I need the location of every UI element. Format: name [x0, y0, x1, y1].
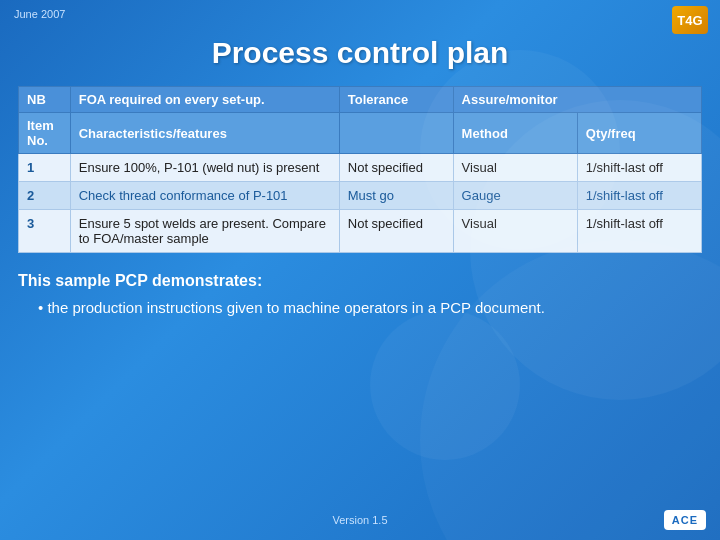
- header-date: June 2007: [14, 8, 65, 20]
- row-3-method: Visual: [453, 210, 577, 253]
- logo-area: T4G: [672, 6, 708, 34]
- bullet-text: the production instructions given to mac…: [47, 299, 545, 316]
- version-label: Version 1.5: [332, 514, 387, 526]
- header-nb: NB: [19, 87, 71, 113]
- table-header-row-2: Item No. Characteristics/features Method…: [19, 113, 702, 154]
- header-foa: FOA required on every set-up.: [70, 87, 339, 113]
- table-header-row-1: NB FOA required on every set-up. Toleran…: [19, 87, 702, 113]
- table-row: 3 Ensure 5 spot welds are present. Compa…: [19, 210, 702, 253]
- row-2-num: 2: [19, 182, 71, 210]
- row-1-qty: 1/shift-last off: [577, 154, 701, 182]
- row-1-description: Ensure 100%, P-101 (weld nut) is present: [70, 154, 339, 182]
- table-row: 1 Ensure 100%, P-101 (weld nut) is prese…: [19, 154, 702, 182]
- row-3-description: Ensure 5 spot welds are present. Compare…: [70, 210, 339, 253]
- process-control-table: NB FOA required on every set-up. Toleran…: [18, 86, 702, 253]
- bottom-bullet: • the production instructions given to m…: [18, 297, 702, 320]
- bottom-title: This sample PCP demonstrates:: [18, 269, 702, 293]
- ace-logo: ACE: [664, 510, 706, 530]
- t4g-logo: T4G: [672, 6, 708, 34]
- header-tolerance: Tolerance: [339, 87, 453, 113]
- row-1-num: 1: [19, 154, 71, 182]
- header-qty: Qty/freq: [577, 113, 701, 154]
- header-characteristics: Characteristics/features: [70, 113, 339, 154]
- row-2-qty: 1/shift-last off: [577, 182, 701, 210]
- row-2-tolerance: Must go: [339, 182, 453, 210]
- header-item-no: Item No.: [19, 113, 71, 154]
- row-1-tolerance: Not specified: [339, 154, 453, 182]
- header-blank: [339, 113, 453, 154]
- row-2-method: Gauge: [453, 182, 577, 210]
- bullet-dot: •: [38, 299, 47, 316]
- table-row: 2 Check thread conformance of P-101 Must…: [19, 182, 702, 210]
- row-2-description: Check thread conformance of P-101: [70, 182, 339, 210]
- table-body: 1 Ensure 100%, P-101 (weld nut) is prese…: [19, 154, 702, 253]
- row-1-method: Visual: [453, 154, 577, 182]
- row-3-num: 3: [19, 210, 71, 253]
- header-assure: Assure/monitor: [453, 87, 701, 113]
- process-table-container: NB FOA required on every set-up. Toleran…: [18, 86, 702, 253]
- page-title: Process control plan: [0, 36, 720, 70]
- row-3-tolerance: Not specified: [339, 210, 453, 253]
- row-3-qty: 1/shift-last off: [577, 210, 701, 253]
- header-method: Method: [453, 113, 577, 154]
- bottom-text-area: This sample PCP demonstrates: • the prod…: [18, 269, 702, 320]
